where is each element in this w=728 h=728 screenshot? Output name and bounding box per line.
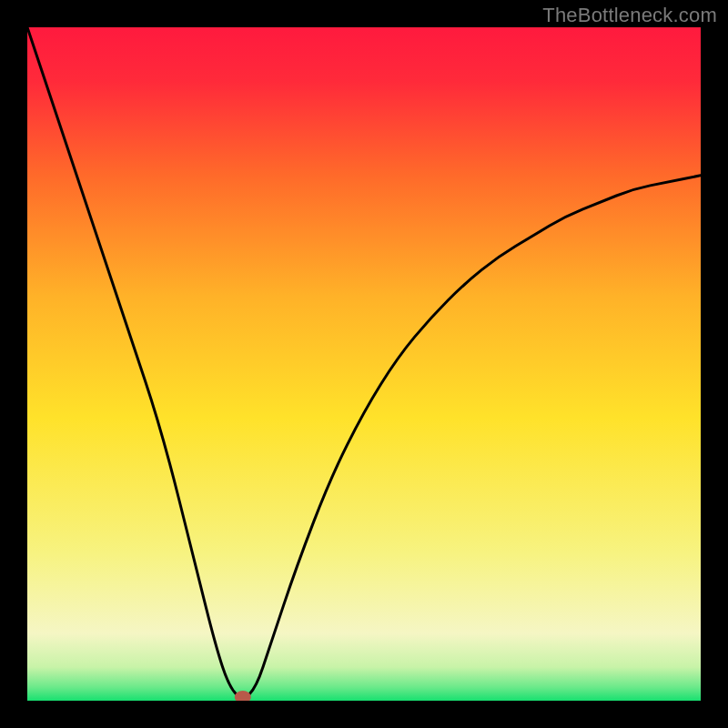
plot-area [27,27,701,701]
gradient-background [27,27,701,701]
chart-svg [27,27,701,701]
watermark-text: TheBottleneck.com [542,4,717,27]
chart-frame: TheBottleneck.com [0,0,728,728]
